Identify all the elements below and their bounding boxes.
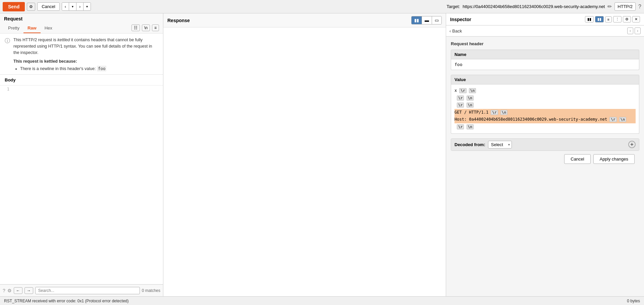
request-header: Request Pretty Raw Hex ☷ \n ≡ xyxy=(0,13,163,34)
value-line-3: \r \n xyxy=(454,102,636,109)
search-bar: ? ⚙ ← → 0 matches xyxy=(0,284,163,296)
send-button[interactable]: Send xyxy=(3,2,25,11)
target-label: Target: xyxy=(447,4,460,9)
inspector-view-2-button[interactable]: ▮▮ xyxy=(595,16,604,22)
cr-tag-4: \r xyxy=(491,110,498,115)
request-tabs: Pretty Raw Hex ☷ \n ≡ xyxy=(4,23,159,33)
info-icon: ⓘ xyxy=(5,38,10,71)
request-tab-controls: ☷ \n ≡ xyxy=(131,24,159,33)
chevron-left-icon: ‹ xyxy=(449,28,451,34)
cr-tag-3: \r xyxy=(457,103,464,108)
nav-button-group: ‹ ▾ › ▾ xyxy=(62,2,91,11)
status-message: RST_STREAM received with error code: 0x1… xyxy=(4,299,128,303)
search-input[interactable] xyxy=(35,287,140,294)
status-bytes: 0 bytes xyxy=(627,299,640,303)
main-content: Request Pretty Raw Hex ☷ \n ≡ ⓘ This HTT… xyxy=(0,13,644,296)
name-section-body[interactable]: foo xyxy=(451,59,639,70)
cancel-changes-button[interactable]: Cancel xyxy=(564,154,590,164)
status-bar: RST_STREAM received with error code: 0x1… xyxy=(0,296,644,305)
request-list-view-button[interactable]: ☷ xyxy=(131,24,140,31)
lf-tag-5: \n xyxy=(619,117,626,122)
nav-forward-button[interactable]: › xyxy=(76,3,84,10)
view-horizontal-button[interactable]: ▬ xyxy=(422,16,432,24)
body-section: Body 1 xyxy=(0,75,163,284)
help-icon[interactable]: ? xyxy=(638,4,641,10)
inspector-nav: ‹ Back ‹ › xyxy=(446,25,644,37)
inspector-panel: Inspector ▮▮ ▮▮ ≡ ⋮ ⚙ ✕ ‹ Back ‹ › Reque xyxy=(446,13,644,296)
body-editor[interactable]: 1 xyxy=(0,85,163,284)
action-buttons: Cancel Apply changes xyxy=(451,151,639,167)
settings-button[interactable]: ⚙ xyxy=(27,3,35,11)
decoded-select-wrapper: Select ▾ xyxy=(488,141,512,148)
kettle-warning: ⓘ This HTTP/2 request is kettled it cont… xyxy=(0,34,163,75)
inspector-header: Inspector ▮▮ ▮▮ ≡ ⋮ ⚙ ✕ xyxy=(446,13,644,25)
request-newline-button[interactable]: \n xyxy=(142,24,150,31)
decoded-section: Decoded from: Select ▾ + xyxy=(451,138,639,151)
tab-hex[interactable]: Hex xyxy=(41,23,56,33)
response-view-buttons: ▮▮ ▬ ▭ xyxy=(411,16,442,24)
value-line-4: GET / HTTP/1.1 \r \n xyxy=(454,109,636,116)
value-section: Value x \r \n \r \n \r \n GET / HTTP/1.1… xyxy=(451,75,639,134)
target-url: https://0a44002404b658ed80116234006c0029… xyxy=(463,4,605,9)
cr-tag-5: \r xyxy=(609,117,616,122)
back-label: Back xyxy=(452,28,462,34)
lf-tag-1: \n xyxy=(469,88,476,93)
tab-raw[interactable]: Raw xyxy=(23,23,41,33)
cr-tag: \r xyxy=(459,88,466,93)
line-number: 1 xyxy=(3,87,9,92)
http-version-button[interactable]: HTTP/2 xyxy=(614,2,636,11)
inspector-back-button[interactable]: ‹ Back xyxy=(449,28,462,34)
inspector-title: Inspector xyxy=(450,17,582,22)
inspector-list-button[interactable]: ≡ xyxy=(605,16,612,22)
search-matches: 0 matches xyxy=(142,288,160,293)
request-header-label: Request header xyxy=(451,41,639,46)
response-header: Response ▮▮ ▬ ▭ xyxy=(163,13,446,27)
search-settings-icon[interactable]: ⚙ xyxy=(7,288,12,293)
view-full-button[interactable]: ▭ xyxy=(432,16,441,24)
value-line-6: \r \n xyxy=(454,123,636,131)
lf-tag-2: \n xyxy=(467,96,474,101)
inspector-prev-button[interactable]: ‹ xyxy=(627,27,633,34)
kettle-warning-text: This HTTP/2 request is kettled it contai… xyxy=(13,37,158,71)
nav-back-button[interactable]: ‹ xyxy=(62,3,69,10)
lf-tag-6: \n xyxy=(467,124,474,129)
cr-tag-6: \r xyxy=(457,124,464,129)
name-section: Name foo xyxy=(451,50,639,70)
tab-pretty[interactable]: Pretty xyxy=(4,23,23,33)
request-menu-button[interactable]: ≡ xyxy=(152,24,159,31)
inspector-split-button[interactable]: ⋮ xyxy=(613,16,622,22)
response-title: Response xyxy=(167,18,190,23)
request-panel: Request Pretty Raw Hex ☷ \n ≡ ⓘ This HTT… xyxy=(0,13,163,296)
response-panel: Response ▮▮ ▬ ▭ xyxy=(163,13,446,296)
cr-tag-2: \r xyxy=(457,96,464,101)
search-back-button[interactable]: ← xyxy=(14,287,22,294)
value-line-1: x \r \n xyxy=(454,87,636,95)
value-line-2: \r \n xyxy=(454,95,636,102)
lf-tag-3: \n xyxy=(467,103,474,108)
value-content[interactable]: x \r \n \r \n \r \n GET / HTTP/1.1 \r \n… xyxy=(451,84,639,134)
inspector-controls: ▮▮ ▮▮ ≡ ⋮ ⚙ ✕ xyxy=(585,16,640,22)
target-bar: Target: https://0a44002404b658ed80116234… xyxy=(447,2,641,11)
decoded-add-button[interactable]: + xyxy=(628,141,636,148)
inspector-next-button[interactable]: › xyxy=(635,27,641,34)
nav-back-dropdown[interactable]: ▾ xyxy=(69,3,76,10)
name-section-header: Name xyxy=(451,50,639,59)
inspector-settings-button[interactable]: ⚙ xyxy=(623,16,631,22)
decoded-from-label: Decoded from: xyxy=(454,142,485,147)
kettle-code: foo xyxy=(97,66,107,71)
body-title: Body xyxy=(0,75,163,85)
decoded-header: Decoded from: Select ▾ + xyxy=(451,139,639,150)
cancel-button[interactable]: Cancel xyxy=(37,2,59,11)
inspector-view-1-button[interactable]: ▮▮ xyxy=(585,16,594,22)
editor-line: 1 xyxy=(3,87,160,92)
search-help-icon[interactable]: ? xyxy=(3,288,5,293)
edit-icon[interactable]: ✏ xyxy=(607,3,612,10)
nav-forward-dropdown[interactable]: ▾ xyxy=(84,3,91,10)
search-forward-button[interactable]: → xyxy=(24,287,33,294)
apply-changes-button[interactable]: Apply changes xyxy=(593,154,635,164)
view-split-button[interactable]: ▮▮ xyxy=(412,16,422,24)
toolbar: Send ⚙ Cancel ‹ ▾ › ▾ Target: https://0a… xyxy=(0,0,644,13)
decoded-select[interactable]: Select xyxy=(488,141,512,148)
inspector-content: Request header Name foo Value x \r \n \r… xyxy=(446,37,644,296)
inspector-close-button[interactable]: ✕ xyxy=(632,16,640,22)
